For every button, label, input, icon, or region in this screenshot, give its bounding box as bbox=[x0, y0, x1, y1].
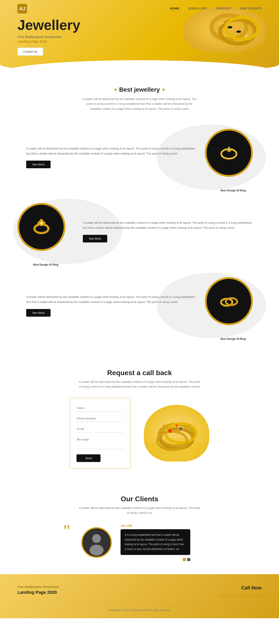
testimonial-content: Jee silik It is a long established fact … bbox=[121, 524, 190, 561]
footer-copyright: Copyright © 2020 Company name All rights… bbox=[17, 609, 262, 612]
feature-circle-label-3: Best Design Of Ring bbox=[221, 338, 246, 340]
logo: AJ bbox=[17, 4, 27, 14]
feature-circle-label-1: Best Design Of Ring bbox=[221, 189, 246, 192]
feature-circle-3 bbox=[205, 277, 253, 325]
svg-point-35 bbox=[180, 428, 182, 430]
avatar bbox=[81, 527, 112, 558]
svg-point-5 bbox=[223, 22, 224, 24]
hero-title: Jewellery bbox=[17, 18, 80, 33]
feature-row-1: A reader will be distracted by the reada… bbox=[17, 129, 262, 186]
best-jewellery-section: Best jewellery a reader will be distract… bbox=[0, 73, 279, 120]
callback-desc: A reader will be distracted by the reada… bbox=[78, 380, 201, 389]
svg-point-16 bbox=[29, 215, 53, 239]
hero-subtitle: Free Multipurpose Responsive bbox=[17, 35, 80, 39]
testimonial: " Jee silik It is a long established fac… bbox=[63, 524, 216, 561]
feature-circle-1 bbox=[205, 129, 253, 177]
feature-text-2: A reader will be distracted by the reada… bbox=[74, 220, 262, 242]
footer-phone: (+1)1234567890 bbox=[220, 592, 262, 599]
client-name: Jee silik bbox=[121, 524, 190, 528]
clients-section: Our Clients A reader will be distracted … bbox=[0, 482, 279, 574]
features-section: A reader will be distracted by the reada… bbox=[0, 120, 279, 356]
callback-section: Request a call back A reader will be dis… bbox=[0, 356, 279, 482]
hero-landing: Landing Page 2020 bbox=[17, 40, 80, 43]
nav-links: HOME JEWELLERY CONTACT OUR CLIENTS bbox=[170, 7, 262, 11]
svg-rect-8 bbox=[237, 30, 241, 33]
feature-circle-label-2: Best Design Of Ring bbox=[33, 263, 58, 266]
see-more-button-2[interactable]: See More bbox=[83, 235, 107, 242]
feature-row-2: A reader will be distracted by the reada… bbox=[17, 203, 262, 260]
dot-right bbox=[162, 88, 165, 91]
clients-title: Our Clients bbox=[17, 495, 262, 503]
feature-text-3: A reader will be distracted by the reada… bbox=[17, 294, 205, 317]
nav-clients[interactable]: OUR CLIENTS bbox=[240, 7, 262, 11]
send-button[interactable]: Send bbox=[76, 454, 100, 462]
callback-title: Request a call back bbox=[17, 369, 262, 377]
dots-navigation bbox=[121, 558, 190, 561]
nav-jewellery[interactable]: JEWELLERY bbox=[188, 7, 207, 11]
nav-contact[interactable]: CONTACT bbox=[216, 7, 231, 11]
svg-rect-7 bbox=[228, 26, 232, 28]
footer-label: Free Multipurpose Responsive bbox=[17, 585, 59, 588]
svg-point-36 bbox=[175, 424, 178, 427]
nav-home[interactable]: HOME bbox=[170, 7, 179, 11]
see-more-button-1[interactable]: See More bbox=[26, 160, 50, 168]
dot-left bbox=[114, 88, 117, 91]
name-input[interactable] bbox=[76, 404, 124, 412]
footer-inner: Free Multipurpose Responsive Landing Pag… bbox=[17, 585, 262, 599]
svg-point-9 bbox=[217, 141, 241, 165]
callback-inner: Send bbox=[17, 398, 262, 469]
quote-mark: " bbox=[63, 524, 70, 538]
contact-form: Send bbox=[70, 398, 131, 469]
svg-point-15 bbox=[228, 148, 230, 150]
svg-point-39 bbox=[90, 545, 104, 556]
message-input[interactable] bbox=[76, 436, 124, 449]
clients-desc: A reader will be distracted by the reada… bbox=[78, 506, 201, 515]
contact-us-button[interactable]: Contact Us bbox=[17, 48, 43, 56]
svg-point-6 bbox=[245, 35, 248, 37]
footer-right: Call Now (+1)1234567890 bbox=[220, 585, 262, 599]
svg-point-38 bbox=[92, 534, 101, 543]
svg-point-21 bbox=[42, 222, 45, 224]
feature-circle-wrapper-3: Best Design Of Ring bbox=[205, 277, 262, 334]
callback-image bbox=[144, 405, 209, 462]
feature-circle-2 bbox=[17, 203, 65, 251]
see-more-button-3[interactable]: See More bbox=[26, 309, 50, 317]
hero-content: Jewellery Free Multipurpose Responsive L… bbox=[17, 18, 80, 56]
footer-divider bbox=[17, 605, 262, 606]
footer-title: Landing Page 2020 bbox=[17, 590, 59, 595]
svg-point-22 bbox=[40, 219, 43, 222]
footer-call-label: Call Now bbox=[220, 585, 262, 591]
navbar: AJ HOME JEWELLERY CONTACT OUR CLIENTS bbox=[0, 0, 279, 18]
email-input[interactable] bbox=[76, 426, 124, 432]
dot-nav-2[interactable] bbox=[187, 558, 190, 561]
feature-circle-wrapper-1: Best Design Of Ring bbox=[205, 129, 262, 186]
footer: Free Multipurpose Responsive Landing Pag… bbox=[0, 574, 279, 618]
dot-nav-1[interactable] bbox=[183, 558, 186, 561]
svg-point-4 bbox=[219, 23, 222, 25]
feature-row-3: A reader will be distracted by the reada… bbox=[17, 277, 262, 334]
footer-left: Free Multipurpose Responsive Landing Pag… bbox=[17, 585, 59, 595]
best-jewellery-desc: a reader will be distracted by the reada… bbox=[81, 97, 198, 111]
best-jewellery-title: Best jewellery bbox=[17, 86, 262, 93]
feature-text-1: A reader will be distracted by the reada… bbox=[17, 146, 205, 168]
svg-point-34 bbox=[168, 429, 172, 433]
svg-point-23 bbox=[40, 222, 42, 224]
phone-input[interactable] bbox=[76, 415, 124, 422]
feature-circle-wrapper-2: Best Design Of Ring bbox=[17, 203, 74, 260]
client-quote: It is a long established fact that a rea… bbox=[121, 529, 190, 555]
svg-point-20 bbox=[37, 222, 40, 224]
